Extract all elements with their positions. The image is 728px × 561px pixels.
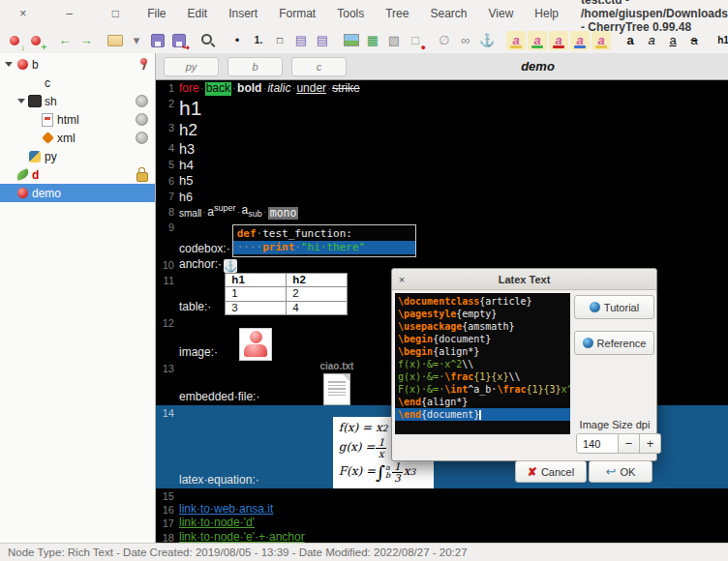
line-number: 17 [156,516,179,530]
codebox-object[interactable]: def·test_function:····print·"hi·there" [232,224,416,257]
dialog-body: \documentclass{article}\pagestyle{empty}… [392,290,656,459]
latex-source-editor[interactable]: \documentclass{article}\pagestyle{empty}… [395,293,570,434]
todo-list-icon[interactable]: □ [270,31,289,50]
cancel-button[interactable]: ✘ Cancel [515,460,587,483]
dpi-decrease-button[interactable]: − [619,433,640,454]
insert-subnode-icon[interactable]: + [26,31,46,50]
menu-edit[interactable]: Edit [179,4,217,23]
reference-button[interactable]: Reference [574,331,654,355]
tree-item-c[interactable]: c [0,74,155,92]
embedded-file[interactable]: ciao.txt [319,361,353,405]
latex-source-line: g(x)·&=·\frac{1}{x}\\ [395,370,570,383]
back-color-pick-icon[interactable]: a [592,31,611,50]
table-object[interactable]: h1h21234 [225,273,348,315]
menu-insert[interactable]: Insert [220,4,266,23]
save-as-icon[interactable]: ↪ [169,31,189,50]
node-tree-panel: bcshhtmlxmlpyddemo [0,53,156,544]
insert-anchor-icon[interactable]: ⚓ [477,31,497,50]
ok-button[interactable]: ↩ OK [589,460,652,483]
table-header-cell: h1 [226,274,287,287]
fore-color-icon[interactable]: a [528,31,547,50]
apply-tag-latest-icon[interactable]: a [506,31,526,50]
underline-icon[interactable]: a [663,31,682,50]
tree-item-b[interactable]: b [0,55,155,74]
open-file-icon[interactable] [106,31,125,50]
latex-label: latex·equation:· [179,474,259,488]
nav-forward-icon[interactable]: → [76,31,96,50]
save-icon[interactable] [148,31,167,50]
back-color-icon[interactable]: a [549,31,568,50]
dpi-value-field[interactable]: 140 [576,433,619,454]
open-recent-caret-icon[interactable]: ▾ [127,31,146,50]
heading-line-h1: 2h1 [156,96,728,120]
dpi-increase-button[interactable]: + [640,433,661,454]
latex-source-line: \documentclass{article} [395,295,570,308]
italic-icon[interactable]: a [642,31,661,50]
line-number: 14 [156,405,179,488]
menu-format[interactable]: Format [270,4,324,23]
close-window-icon[interactable]: × [15,7,31,20]
insert-node-icon[interactable]: ↓ [5,31,24,50]
menu-tree[interactable]: Tree [377,4,417,23]
tutorial-button[interactable]: Tutorial [574,295,654,319]
heading-line-h3: 4h3 [156,140,728,158]
indent-icon[interactable]: ▤ [313,31,332,50]
styled-word-bold: bold [237,82,261,96]
tree-item-html[interactable]: html [0,110,155,129]
edit-link-icon[interactable]: ∞ [456,31,475,50]
tree-item-demo[interactable]: demo [0,184,155,202]
menu-view[interactable]: View [480,4,523,23]
statusbar: Node Type: Rich Text - Date Created: 201… [0,543,728,561]
ghost-icon [136,132,148,144]
insert-link-icon[interactable]: ∅ [435,31,454,50]
styled-words-line: fore·back·bold·italic·under·strike [179,80,728,96]
unindent-icon[interactable]: ▤ [291,31,311,50]
tab-c[interactable]: c [291,57,347,76]
expander-icon[interactable] [15,99,27,103]
tree-item-label: demo [32,187,61,200]
find-node-icon[interactable] [198,31,218,50]
tab-b[interactable]: b [228,57,283,76]
tree-item-d[interactable]: d [0,165,155,184]
h1-icon[interactable]: h1 [713,31,728,50]
link-web[interactable]: link·to·web·ansa.it [179,503,273,517]
anchor-icon[interactable]: ⚓ [224,259,237,273]
dialog-titlebar: × Latex Text [392,269,656,290]
numbered-list-icon[interactable]: 1. [249,31,268,50]
menu-tools[interactable]: Tools [328,4,373,23]
tree-item-label: py [45,150,57,163]
insert-codebox-icon[interactable]: ▧ [384,31,404,50]
lock-icon [136,168,148,182]
embedded-image[interactable] [239,328,272,361]
nav-back-icon[interactable]: ← [55,31,75,50]
tab-py[interactable]: py [164,57,219,76]
link-node[interactable]: link·to·node·'d' [179,517,255,530]
heading-text: h3 [179,140,728,158]
tree-item-label: sh [45,95,57,108]
tree-item-label: b [32,58,39,72]
insert-image-icon[interactable] [342,31,361,50]
insert-table-icon[interactable]: ▦ [363,31,382,50]
minimize-window-icon[interactable]: – [62,7,77,20]
tree-item-sh[interactable]: sh [0,92,155,110]
editor-header: py b c demo [156,53,728,80]
editor-line: 8 small·asuper·asub·mono [156,204,728,220]
tree-item-xml[interactable]: xml [0,129,155,147]
link-node[interactable]: link·to·node·'e'·+·anchor [179,531,305,544]
strike-icon[interactable]: a [684,31,704,50]
menu-search[interactable]: Search [421,4,475,23]
tree-item-py[interactable]: py [0,147,155,165]
maximize-window-icon[interactable]: □ [107,7,123,20]
cancel-button-label: Cancel [541,466,574,478]
table-cell: 2 [287,287,348,301]
bullet-list-icon[interactable]: • [228,31,247,50]
fore-color-pick-icon[interactable]: a [570,31,590,50]
insert-embfile-icon[interactable]: □● [406,31,425,50]
html-icon [40,113,55,127]
heading-text: h5 [179,173,728,189]
menu-help[interactable]: Help [526,4,567,23]
bold-icon[interactable]: a [621,31,640,50]
menu-file[interactable]: File [138,4,174,23]
dialog-close-icon[interactable]: × [392,274,411,285]
expander-icon[interactable] [3,62,15,67]
